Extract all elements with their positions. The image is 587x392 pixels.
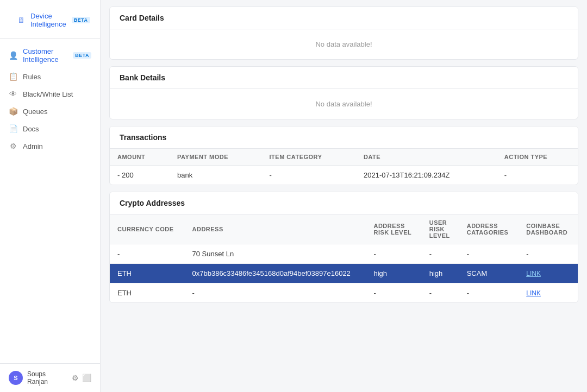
queue-icon: 📦 [9, 107, 17, 116]
cell-address: 70 Sunset Ln [185, 244, 366, 264]
cell-address-risk: - [366, 244, 421, 264]
admin-icon: ⚙ [9, 142, 17, 150]
transactions-table: AMOUNT PAYMENT MODE ITEM CATEGORY DATE A… [110, 149, 578, 185]
sidebar-item-label: Device Intelligence [30, 12, 66, 28]
beta-badge-customer: BETA [73, 52, 91, 59]
cell-item-category: - [262, 166, 357, 185]
beta-badge: BETA [72, 17, 90, 23]
sidebar-item-queues[interactable]: 📦 Queues [0, 103, 100, 120]
bank-details-no-data: No data available! [110, 89, 578, 119]
cell-coinbase: - [519, 244, 578, 264]
avatar: S [9, 371, 23, 385]
monitor-icon: 🖥 [17, 16, 25, 24]
cell-address-risk: high [366, 264, 421, 283]
cell-user-risk: high [422, 264, 459, 283]
cell-currency-code: ETH [110, 283, 185, 303]
col-address: ADDRESS [185, 214, 366, 244]
card-details-section: Card Details No data available! [109, 7, 578, 60]
cell-date: 2021-07-13T16:21:09.234Z [356, 166, 497, 185]
col-coinbase-dashboard: COINBASEDASHBOARD [519, 214, 578, 244]
sidebar-item-label: Customer Intelligence [23, 47, 67, 64]
card-details-header: Card Details [110, 7, 578, 29]
col-user-risk-level: USERRISKLEVEL [422, 214, 459, 244]
sidebar-item-rules[interactable]: 📋 Rules [0, 68, 100, 85]
bottom-icons: ⚙ ⬜ [72, 374, 91, 382]
crypto-addresses-header: Crypto Addresses [110, 192, 578, 214]
sidebar-item-label: Queues [23, 108, 48, 116]
expand-icon[interactable]: ⬜ [82, 374, 91, 382]
cell-user-risk: - [422, 283, 459, 303]
table-row: - 70 Sunset Ln - - - - [110, 244, 578, 264]
sidebar-bottom: S Soups Ranjan ⚙ ⬜ [0, 363, 100, 392]
col-currency-code: CURRENCY CODE [110, 214, 185, 244]
user-icon: 👤 [9, 51, 17, 60]
list-icon: 👁 [9, 90, 17, 98]
docs-icon: 📄 [9, 124, 17, 133]
cell-coinbase: LINK [519, 283, 578, 303]
col-address-risk-level: ADDRESSRISK LEVEL [366, 214, 421, 244]
bank-details-section: Bank Details No data available! [109, 66, 578, 119]
cell-address: - [185, 283, 366, 303]
sidebar-item-label: Docs [23, 125, 39, 133]
table-row-highlighted: ETH 0x7bb386c33486fe345168d0af94bef03897… [110, 264, 578, 283]
cell-action-type: - [497, 166, 578, 185]
transactions-section: Transactions AMOUNT PAYMENT MODE ITEM CA… [109, 126, 578, 185]
sidebar-item-label: Rules [23, 73, 41, 81]
sidebar-item-device-intelligence[interactable]: 🖥 Device Intelligence BETA [9, 8, 91, 33]
sidebar-item-blackwhite-list[interactable]: 👁 Black/White List [0, 85, 100, 103]
settings-icon[interactable]: ⚙ [72, 374, 79, 382]
crypto-addresses-section: Crypto Addresses CURRENCY CODE ADDRESS A… [109, 192, 578, 303]
coinbase-link[interactable]: LINK [526, 289, 541, 297]
main-content: Card Details No data available! Bank Det… [101, 0, 587, 392]
sidebar-item-docs[interactable]: 📄 Docs [0, 120, 100, 137]
transactions-header-row: AMOUNT PAYMENT MODE ITEM CATEGORY DATE A… [110, 149, 578, 166]
cell-payment-mode: bank [170, 166, 261, 185]
table-row: - 200 bank - 2021-07-13T16:21:09.234Z - [110, 166, 578, 185]
rules-icon: 📋 [9, 72, 17, 81]
crypto-header-row: CURRENCY CODE ADDRESS ADDRESSRISK LEVEL … [110, 214, 578, 244]
sidebar-top: 🖥 Device Intelligence BETA [0, 0, 100, 39]
bank-details-header: Bank Details [110, 67, 578, 89]
sidebar-item-admin[interactable]: ⚙ Admin [0, 137, 100, 155]
col-item-category: ITEM CATEGORY [262, 149, 357, 166]
coinbase-link[interactable]: LINK [526, 270, 541, 277]
transactions-header: Transactions [110, 127, 578, 149]
cell-categories: - [459, 244, 519, 264]
col-date: DATE [356, 149, 497, 166]
col-address-categories: ADDRESSCATAGORIES [459, 214, 519, 244]
sidebar-nav: 👤 Customer Intelligence BETA 📋 Rules 👁 B… [0, 39, 100, 363]
sidebar-item-label: Admin [23, 142, 43, 150]
cell-currency-code: ETH [110, 264, 185, 283]
cell-coinbase: LINK [519, 264, 578, 283]
cell-amount: - 200 [110, 166, 170, 185]
sidebar: 🖥 Device Intelligence BETA 👤 Customer In… [0, 0, 101, 392]
col-amount: AMOUNT [110, 149, 170, 166]
cell-currency-code: - [110, 244, 185, 264]
cell-categories: - [459, 283, 519, 303]
card-details-no-data: No data available! [110, 29, 578, 59]
table-row: ETH - - - - LINK [110, 283, 578, 303]
sidebar-item-label: Black/White List [23, 90, 73, 98]
cell-categories: SCAM [459, 264, 519, 283]
sidebar-item-customer-intelligence[interactable]: 👤 Customer Intelligence BETA [0, 43, 100, 68]
user-name: Soups Ranjan [27, 370, 67, 385]
cell-user-risk: - [422, 244, 459, 264]
cell-address: 0x7bb386c33486fe345168d0af94bef03897e160… [185, 264, 366, 283]
cell-address-risk: - [366, 283, 421, 303]
col-action-type: ACTION TYPE [497, 149, 578, 166]
crypto-addresses-table: CURRENCY CODE ADDRESS ADDRESSRISK LEVEL … [110, 214, 578, 302]
col-payment-mode: PAYMENT MODE [170, 149, 261, 166]
